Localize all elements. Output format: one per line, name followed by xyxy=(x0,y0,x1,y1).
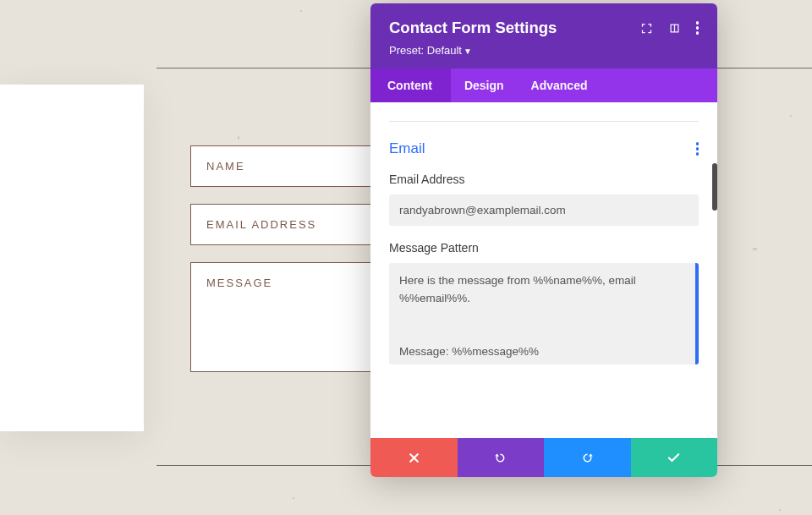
panel-footer xyxy=(370,438,717,477)
undo-icon xyxy=(493,451,508,465)
save-button[interactable] xyxy=(631,438,718,477)
dock-icon[interactable] xyxy=(668,22,681,35)
panel-header: Contact Form Settings Preset: Default▼ xyxy=(370,3,717,68)
tab-content[interactable]: Content xyxy=(370,68,451,102)
redo-button[interactable] xyxy=(544,438,631,477)
expand-icon[interactable] xyxy=(640,22,653,35)
message-pattern-input[interactable]: Here is the message from %%name%%, email… xyxy=(389,263,699,364)
preset-selector[interactable]: Preset: Default▼ xyxy=(389,44,699,57)
kebab-icon[interactable] xyxy=(696,21,700,35)
section-title: Email xyxy=(389,140,425,157)
panel-tabs: Content Design Advanced xyxy=(370,68,717,102)
scrollbar-thumb[interactable] xyxy=(712,163,717,211)
page-heading: sage xyxy=(0,110,144,160)
panel-body: Email Email Address Message Pattern Here… xyxy=(370,102,717,438)
email-address-label: Email Address xyxy=(389,173,699,186)
section-menu-icon[interactable] xyxy=(696,142,700,156)
check-icon xyxy=(667,451,681,465)
settings-panel: Contact Form Settings Preset: Default▼ C… xyxy=(370,3,717,477)
email-address-input[interactable] xyxy=(389,194,699,226)
message-pattern-label: Message Pattern xyxy=(389,241,699,255)
page-paragraph: habitasse nec. s nunc leo. xyxy=(0,295,144,337)
undo-button[interactable] xyxy=(458,438,545,477)
page-card: sage habitasse nec. s nunc leo. xyxy=(0,85,144,431)
cancel-button[interactable] xyxy=(370,438,458,477)
redo-icon xyxy=(580,451,595,465)
tab-advanced[interactable]: Advanced xyxy=(518,68,601,102)
tab-design[interactable]: Design xyxy=(451,68,518,102)
panel-title: Contact Form Settings xyxy=(389,19,557,37)
close-icon xyxy=(407,451,421,465)
